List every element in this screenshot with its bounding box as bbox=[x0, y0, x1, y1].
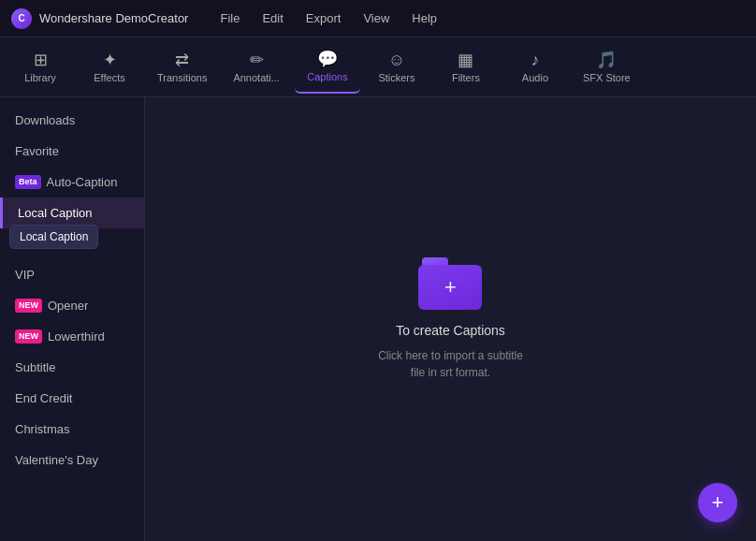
folder-icon: + bbox=[418, 257, 482, 310]
empty-state[interactable]: + To create Captions Click here to impor… bbox=[378, 257, 523, 381]
stickers-icon: ☺ bbox=[388, 51, 405, 68]
sidebar-item-lowerthird-label: Lowerthird bbox=[48, 329, 105, 344]
toolbar-library-label: Library bbox=[24, 72, 56, 83]
sidebar-item-opener-label: Opener bbox=[48, 299, 88, 313]
sfxstore-icon: 🎵 bbox=[596, 51, 617, 68]
toolbar-library[interactable]: ⊞ Library bbox=[7, 41, 73, 94]
main-content: + To create Captions Click here to impor… bbox=[145, 97, 756, 541]
sidebar-item-opener[interactable]: NEW Opener bbox=[0, 290, 144, 321]
sidebar-item-hot[interactable]: Hot bbox=[0, 228, 144, 259]
app-logo: C bbox=[11, 8, 32, 29]
toolbar-filters-label: Filters bbox=[452, 72, 480, 83]
toolbar-sfxstore[interactable]: 🎵 SFX Store bbox=[572, 41, 642, 94]
sidebar-item-favorite[interactable]: Favorite bbox=[0, 136, 144, 167]
filters-icon: ▦ bbox=[458, 51, 473, 68]
audio-icon: ♪ bbox=[531, 51, 539, 68]
sidebar-item-hot-label: Hot bbox=[15, 237, 34, 251]
toolbar: ⊞ Library ✦ Effects ⇄ Transitions ✏ Anno… bbox=[0, 37, 756, 97]
toolbar-transitions[interactable]: ⇄ Transitions bbox=[146, 41, 218, 94]
empty-state-subtitle: Click here to import a subtitle file in … bbox=[378, 347, 523, 381]
sidebar: Downloads Favorite Beta Auto-Caption Loc… bbox=[0, 97, 145, 541]
sidebar-item-subtitle-label: Subtitle bbox=[15, 360, 55, 374]
sidebar-item-christmas-label: Christmas bbox=[15, 422, 70, 436]
toolbar-stickers-label: Stickers bbox=[378, 72, 414, 83]
toolbar-captions[interactable]: 💬 Captions bbox=[295, 41, 360, 94]
new-badge-opener: NEW bbox=[15, 299, 42, 313]
beta-badge: Beta bbox=[15, 175, 41, 189]
toolbar-stickers[interactable]: ☺ Stickers bbox=[364, 41, 429, 94]
sidebar-item-valentines-day[interactable]: Valentine's Day bbox=[0, 445, 144, 475]
sidebar-item-vip[interactable]: VIP bbox=[0, 259, 144, 290]
effects-icon: ✦ bbox=[103, 51, 117, 68]
sidebar-item-christmas[interactable]: Christmas bbox=[0, 414, 144, 445]
sidebar-item-valentines-day-label: Valentine's Day bbox=[15, 453, 98, 467]
content-area: Downloads Favorite Beta Auto-Caption Loc… bbox=[0, 97, 756, 541]
sidebar-item-local-caption[interactable]: Local Caption bbox=[0, 197, 144, 228]
menu-edit[interactable]: Edit bbox=[253, 7, 292, 29]
titlebar: C Wondershare DemoCreator File Edit Expo… bbox=[0, 0, 756, 37]
fab-button[interactable]: + bbox=[698, 483, 737, 522]
toolbar-effects[interactable]: ✦ Effects bbox=[77, 41, 142, 94]
menu-help[interactable]: Help bbox=[402, 7, 446, 29]
sidebar-item-auto-caption[interactable]: Beta Auto-Caption bbox=[0, 167, 144, 197]
toolbar-transitions-label: Transitions bbox=[157, 72, 207, 83]
new-badge-lowerthird: NEW bbox=[15, 329, 42, 344]
transitions-icon: ⇄ bbox=[175, 51, 189, 68]
sidebar-item-vip-label: VIP bbox=[15, 268, 35, 282]
sidebar-item-auto-caption-label: Auto-Caption bbox=[47, 175, 118, 189]
sidebar-item-end-credit[interactable]: End Credit bbox=[0, 383, 144, 414]
annotations-icon: ✏ bbox=[250, 51, 264, 68]
toolbar-effects-label: Effects bbox=[94, 72, 124, 83]
app-name: Wondershare DemoCreator bbox=[39, 11, 188, 25]
sidebar-item-downloads[interactable]: Downloads bbox=[0, 105, 144, 136]
menu-file[interactable]: File bbox=[211, 7, 249, 29]
sidebar-item-favorite-label: Favorite bbox=[15, 144, 59, 158]
menu-bar: File Edit Export View Help bbox=[211, 7, 446, 29]
captions-icon: 💬 bbox=[317, 51, 338, 67]
toolbar-sfxstore-label: SFX Store bbox=[583, 72, 631, 83]
sidebar-item-lowerthird[interactable]: NEW Lowerthird bbox=[0, 321, 144, 352]
toolbar-annotations[interactable]: ✏ Annotati... bbox=[222, 41, 291, 94]
sidebar-item-end-credit-label: End Credit bbox=[15, 391, 72, 405]
menu-export[interactable]: Export bbox=[297, 7, 351, 29]
library-icon: ⊞ bbox=[34, 51, 48, 68]
toolbar-audio-label: Audio bbox=[522, 72, 548, 83]
sidebar-item-subtitle[interactable]: Subtitle bbox=[0, 352, 144, 383]
toolbar-audio[interactable]: ♪ Audio bbox=[502, 41, 568, 94]
toolbar-filters[interactable]: ▦ Filters bbox=[433, 41, 499, 94]
toolbar-captions-label: Captions bbox=[307, 71, 347, 82]
toolbar-annotations-label: Annotati... bbox=[233, 72, 280, 83]
sidebar-item-downloads-label: Downloads bbox=[15, 113, 75, 127]
empty-state-title: To create Captions bbox=[396, 323, 505, 338]
menu-view[interactable]: View bbox=[354, 7, 399, 29]
sidebar-item-local-caption-label: Local Caption bbox=[18, 206, 93, 220]
